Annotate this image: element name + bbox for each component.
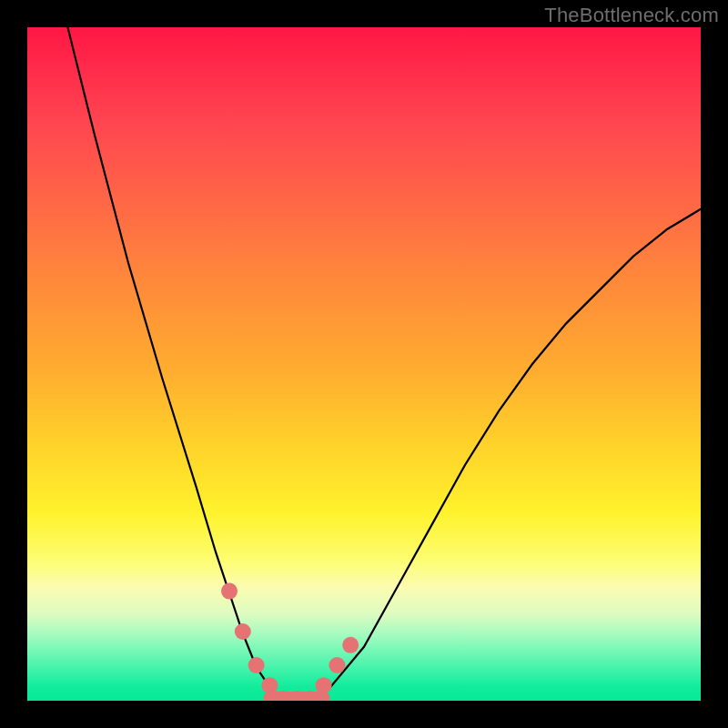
marker-dot: [261, 677, 278, 693]
chart-frame: [27, 27, 701, 701]
bottleneck-chart: [27, 27, 701, 701]
marker-dot: [316, 677, 332, 693]
marker-dot: [329, 657, 345, 673]
bottleneck-curve: [67, 27, 701, 701]
marker-dot: [248, 657, 265, 673]
marker-dot: [235, 623, 251, 640]
watermark-text: TheBottleneck.com: [544, 4, 719, 27]
marker-group: [221, 583, 359, 701]
marker-dot: [221, 583, 238, 600]
marker-dot: [342, 637, 359, 653]
